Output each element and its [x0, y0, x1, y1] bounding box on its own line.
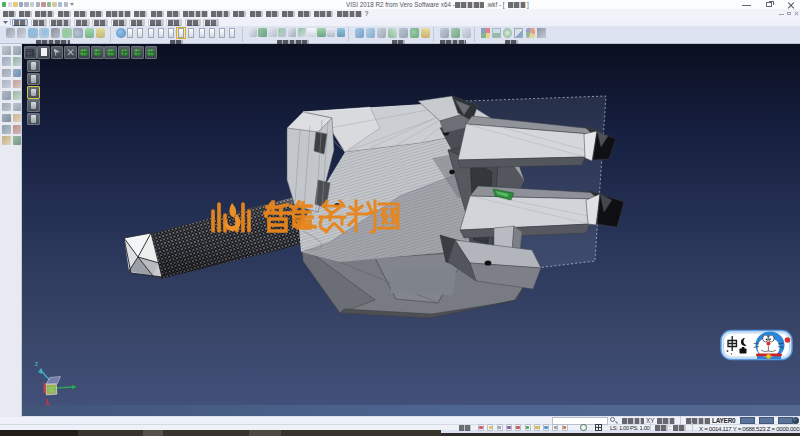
- svg-text:z: z: [35, 360, 38, 367]
